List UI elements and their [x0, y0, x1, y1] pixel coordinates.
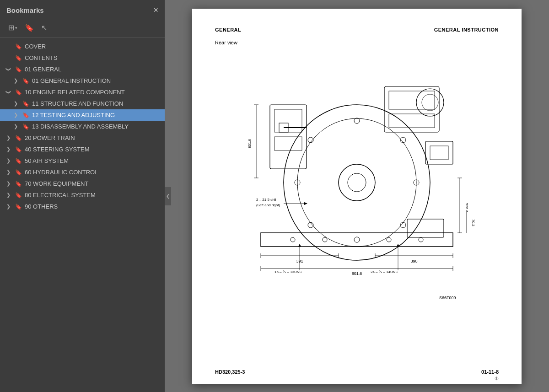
sidebar-item-contents[interactable]: 🔖 CONTENTS	[0, 52, 165, 64]
svg-text:(Left and right): (Left and right)	[256, 203, 280, 207]
svg-marker-55	[304, 202, 307, 205]
toggle-icon	[5, 135, 12, 141]
svg-rect-26	[389, 91, 435, 109]
bookmark-icon: 🔖	[15, 135, 22, 141]
sidebar-item-11-structure[interactable]: 🔖 11 STRUCTURE AND FUNCTION	[0, 98, 165, 109]
engine-diagram: 391 390 801.6	[215, 50, 499, 315]
bookmark-view-button[interactable]: 🔖	[23, 22, 36, 33]
close-button[interactable]: ×	[153, 5, 158, 15]
svg-text:801.6: 801.6	[352, 271, 362, 276]
sidebar-collapse-button[interactable]: ❮	[165, 187, 171, 205]
sidebar-item-12-testing[interactable]: 🔖 12 TESTING AND ADJUSTING	[0, 109, 165, 121]
sidebar-item-label: CONTENTS	[25, 54, 161, 61]
svg-point-41	[387, 237, 391, 242]
sidebar-item-70-work-equipment[interactable]: 🔖 70 WORK EQUIPMENT	[0, 178, 165, 189]
engine-svg: 391 390 801.6	[233, 50, 480, 315]
list-icon: ⊞	[8, 23, 14, 32]
sidebar-item-label: 11 STRUCTURE AND FUNCTION	[32, 100, 161, 107]
bookmark-icon: 🔖	[15, 89, 22, 96]
sidebar-item-40-steering[interactable]: 🔖 40 STEERING SYSTEM	[0, 144, 165, 155]
toggle-icon	[12, 78, 19, 84]
svg-point-15	[339, 164, 375, 201]
page-header-section: GENERAL	[215, 27, 241, 32]
sidebar-item-label: 90 OTHERS	[25, 203, 161, 210]
svg-point-38	[291, 237, 295, 242]
svg-point-21	[354, 237, 360, 242]
sidebar-header: Bookmarks ×	[0, 0, 165, 20]
bookmark-icon: 🔖	[15, 146, 22, 153]
sidebar-item-label: 01 GENERAL INSTRUCTION	[32, 77, 161, 84]
sidebar-item-80-electrical[interactable]: 🔖 80 ELECTRICAL SYSTEM	[0, 189, 165, 201]
toggle-icon	[5, 66, 12, 72]
svg-text:390: 390	[410, 259, 417, 263]
svg-text:831.6: 831.6	[248, 139, 252, 148]
toggle-icon	[5, 204, 12, 209]
toggle-icon	[5, 192, 12, 198]
sidebar-item-label: 01 GENERAL	[25, 66, 161, 73]
sidebar-item-label: 20 POWER TRAIN	[25, 134, 161, 141]
svg-text:16 – ⁸⁄₁ – 13UNC: 16 – ⁸⁄₁ – 13UNC	[274, 270, 302, 274]
rear-view-label: Rear view	[215, 40, 237, 45]
svg-rect-35	[425, 141, 453, 164]
sidebar-item-label: 10 ENGINE RELATED COMPONENT	[25, 89, 161, 96]
toggle-icon	[12, 101, 19, 107]
sidebar-toolbar: ⊞ ▾ 🔖 ↖	[0, 20, 165, 38]
sidebar-item-50-air-system[interactable]: 🔖 50 AIR SYSTEM	[0, 155, 165, 166]
bookmark-icon: 🔖	[15, 192, 22, 199]
svg-text:2 – 21.5 drill: 2 – 21.5 drill	[256, 198, 276, 202]
page-footer-number: 01-11-8	[481, 369, 499, 375]
list-view-button[interactable]: ⊞ ▾	[6, 22, 19, 33]
sidebar-title: Bookmarks	[6, 6, 44, 14]
svg-point-39	[419, 237, 423, 242]
bookmark-icon: 🔖	[15, 55, 22, 61]
bookmark-icon: 🔖	[22, 78, 29, 84]
svg-point-29	[422, 94, 438, 111]
svg-point-28	[416, 89, 444, 116]
svg-text:24 – ⁸⁄₁ – 14UNC: 24 – ⁸⁄₁ – 14UNC	[371, 270, 398, 274]
svg-rect-0	[261, 233, 453, 247]
toggle-icon	[5, 158, 12, 164]
dropdown-arrow-icon: ▾	[15, 26, 17, 30]
svg-marker-61	[397, 244, 399, 247]
sidebar-item-label: 80 ELECTRICAL SYSTEM	[25, 192, 161, 199]
svg-point-40	[323, 237, 327, 242]
sidebar-item-13-disassembly[interactable]: 🔖 13 DISASSEMBLY AND ASSEMBLY	[0, 121, 165, 132]
bookmark-list: 🔖 COVER 🔖 CONTENTS 🔖 01 GENERAL 🔖 01 GEN…	[0, 38, 165, 392]
sidebar-item-label: 50 AIR SYSTEM	[25, 157, 161, 164]
sidebar-item-label: 13 DISASSEMBLY AND ASSEMBLY	[32, 123, 161, 130]
svg-rect-32	[274, 137, 302, 150]
svg-marker-59	[298, 244, 301, 247]
page-header: GENERAL GENERAL INSTRUCTION	[215, 27, 499, 32]
page-footer: HD320,325-3 01-11-8	[215, 369, 499, 375]
sidebar-item-cover[interactable]: 🔖 COVER	[0, 41, 165, 52]
bookmark-icon: 🔖	[15, 158, 22, 164]
sidebar: Bookmarks × ⊞ ▾ 🔖 ↖ 🔖 COVER 🔖 CONTENTS 🔖	[0, 0, 165, 392]
page-footer-model: HD320,325-3	[215, 369, 245, 375]
toggle-icon	[5, 181, 12, 187]
main-content: GENERAL GENERAL INSTRUCTION Rear view 39	[165, 0, 549, 392]
svg-text:526.7: 526.7	[465, 203, 469, 212]
bookmark-icon: 🔖	[22, 124, 29, 130]
svg-point-14	[297, 118, 416, 247]
sidebar-item-10-engine[interactable]: 🔖 10 ENGINE RELATED COMPONENT	[0, 86, 165, 98]
collapse-arrow-icon: ❮	[166, 193, 170, 199]
sidebar-item-label: 70 WORK EQUIPMENT	[25, 180, 161, 187]
bookmark-icon: 🔖	[22, 101, 29, 107]
page-header-title: GENERAL INSTRUCTION	[434, 27, 499, 32]
bookmark-icon: 🔖	[15, 66, 22, 73]
svg-rect-36	[430, 146, 448, 160]
sidebar-item-01-general-instruction[interactable]: 🔖 01 GENERAL INSTRUCTION	[0, 75, 165, 86]
sidebar-item-60-hydraulic[interactable]: 🔖 60 HYDRAULIC CONTROL	[0, 166, 165, 178]
sidebar-item-20-power-train[interactable]: 🔖 20 POWER TRAIN	[0, 132, 165, 144]
diagram-area: Rear view 391 390	[215, 40, 499, 315]
sidebar-item-label: COVER	[25, 43, 161, 50]
bookmark-icon: 🔖	[15, 43, 22, 50]
bookmark-icon: 🔖	[15, 204, 22, 210]
sidebar-item-label: 60 HYDRAULIC CONTROL	[25, 169, 161, 176]
sidebar-item-01-general[interactable]: 🔖 01 GENERAL	[0, 64, 165, 75]
page-footnote: ①	[495, 376, 499, 381]
document-page: GENERAL GENERAL INSTRUCTION Rear view 39	[192, 9, 522, 384]
svg-text:70.2: 70.2	[471, 219, 475, 226]
toggle-icon	[5, 146, 12, 152]
sidebar-item-90-others[interactable]: 🔖 90 OTHERS	[0, 201, 165, 212]
